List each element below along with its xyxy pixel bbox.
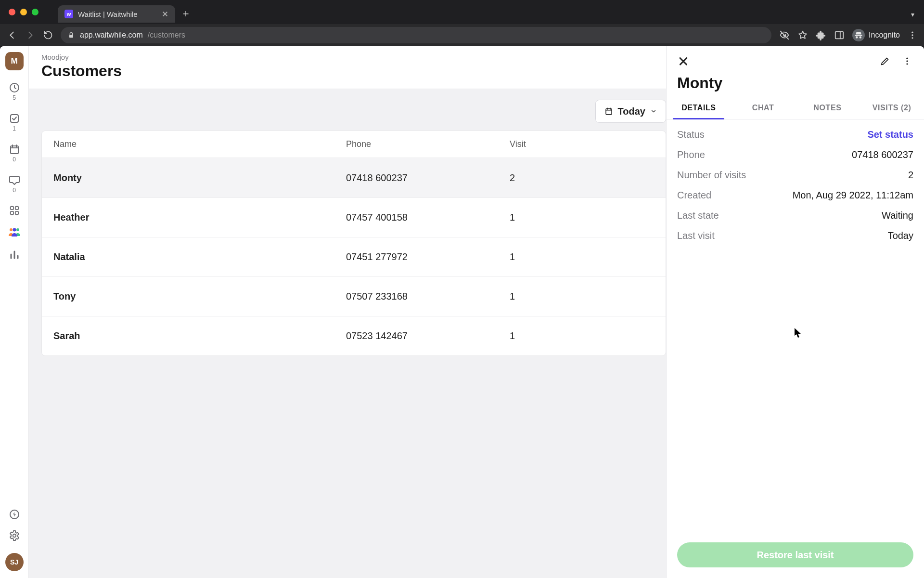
rail-item-clock[interactable]: 5 bbox=[9, 82, 20, 101]
detail-row-created: Created Mon, Aug 29 2022, 11:12am bbox=[677, 187, 913, 203]
main-column: Moodjoy Customers Today Name Phone Visit… bbox=[29, 46, 666, 578]
new-tab-button[interactable]: + bbox=[183, 8, 189, 20]
restore-last-visit-button[interactable]: Restore last visit bbox=[677, 542, 913, 567]
url-bar[interactable]: app.waitwhile.com/customers bbox=[61, 27, 771, 43]
rail-item-apps[interactable] bbox=[9, 205, 20, 216]
user-avatar[interactable]: SJ bbox=[5, 553, 24, 571]
details-list: Status Set status Phone 07418 600237 Num… bbox=[667, 119, 924, 250]
tab-notes[interactable]: NOTES bbox=[796, 96, 860, 119]
breadcrumb[interactable]: Moodjoy bbox=[41, 53, 654, 61]
macos-window-controls[interactable] bbox=[9, 9, 38, 15]
nav-refresh-button[interactable] bbox=[43, 30, 53, 40]
detail-row-status: Status Set status bbox=[677, 126, 913, 143]
rail-item-chat[interactable]: 0 bbox=[9, 174, 20, 194]
col-name[interactable]: Name bbox=[53, 139, 346, 149]
cell-phone: 07418 600237 bbox=[346, 172, 510, 184]
macos-close-button[interactable] bbox=[9, 9, 15, 15]
svg-point-20 bbox=[906, 60, 908, 62]
pencil-icon bbox=[880, 56, 890, 66]
table-row[interactable]: Natalia07451 2779721 bbox=[42, 237, 666, 276]
macos-minimize-button[interactable] bbox=[20, 9, 27, 15]
detail-panel: Monty DETAILS CHAT NOTES VISITS (2) Stat… bbox=[666, 46, 924, 578]
extensions-icon[interactable] bbox=[816, 30, 826, 40]
svg-point-4 bbox=[911, 34, 913, 36]
tab-visits[interactable]: VISITS (2) bbox=[860, 96, 924, 119]
gear-icon bbox=[9, 530, 20, 541]
page-title: Customers bbox=[41, 62, 654, 80]
tab-close-icon[interactable] bbox=[162, 11, 168, 17]
table-row[interactable]: Sarah07523 1424671 bbox=[42, 316, 666, 355]
chevron-down-icon bbox=[650, 108, 657, 115]
detail-label: Last visit bbox=[677, 230, 715, 241]
star-icon[interactable] bbox=[797, 30, 808, 40]
cell-phone: 07523 142467 bbox=[346, 330, 510, 342]
checkbox-icon bbox=[9, 113, 20, 124]
panel-footer: Restore last visit bbox=[667, 532, 924, 578]
eye-off-icon[interactable] bbox=[779, 30, 790, 40]
close-panel-button[interactable] bbox=[675, 53, 692, 69]
table-row[interactable]: Monty07418 6002372 bbox=[42, 158, 666, 197]
panel-tabs: DETAILS CHAT NOTES VISITS (2) bbox=[667, 96, 924, 119]
svg-rect-12 bbox=[15, 211, 18, 214]
grid-icon bbox=[9, 205, 20, 216]
table-row[interactable]: Tony07507 2331681 bbox=[42, 276, 666, 316]
cell-visit: 1 bbox=[510, 291, 654, 302]
svg-point-19 bbox=[906, 58, 908, 59]
detail-value: Today bbox=[888, 230, 913, 241]
nav-forward-button[interactable] bbox=[25, 30, 36, 40]
svg-point-17 bbox=[13, 534, 15, 537]
detail-label: Status bbox=[677, 129, 705, 140]
url-host: app.waitwhile.com bbox=[80, 31, 143, 39]
svg-rect-7 bbox=[11, 115, 18, 122]
panel-more-button[interactable] bbox=[899, 53, 915, 69]
browser-toolbar: app.waitwhile.com/customers Incognito bbox=[0, 24, 924, 46]
cell-visit: 1 bbox=[510, 212, 654, 223]
svg-rect-1 bbox=[835, 32, 844, 39]
svg-rect-9 bbox=[10, 207, 13, 210]
rail-item-stats[interactable] bbox=[9, 249, 20, 260]
cell-visit: 1 bbox=[510, 251, 654, 263]
rail-item-settings[interactable] bbox=[9, 530, 20, 541]
page-header: Moodjoy Customers bbox=[29, 46, 666, 89]
detail-label: Number of visits bbox=[677, 170, 746, 181]
customers-table: Name Phone Visit Monty07418 6002372Heath… bbox=[41, 131, 666, 356]
workspace-logo[interactable]: M bbox=[5, 52, 24, 70]
table-row[interactable]: Heather07457 4001581 bbox=[42, 197, 666, 237]
people-icon bbox=[8, 227, 21, 237]
tab-chat[interactable]: CHAT bbox=[731, 96, 796, 119]
date-filter-label: Today bbox=[618, 106, 645, 117]
edit-button[interactable] bbox=[877, 53, 893, 69]
tabbar-overflow-icon[interactable]: ▾ bbox=[911, 11, 914, 18]
svg-point-5 bbox=[911, 37, 913, 39]
detail-label: Created bbox=[677, 190, 711, 201]
cell-name: Monty bbox=[53, 172, 346, 184]
svg-point-21 bbox=[906, 63, 908, 65]
tab-title: Waitlist | Waitwhile bbox=[78, 10, 138, 18]
svg-rect-11 bbox=[10, 211, 13, 214]
set-status-link[interactable]: Set status bbox=[867, 129, 913, 140]
incognito-indicator[interactable]: Incognito bbox=[852, 29, 900, 41]
calendar-icon bbox=[9, 144, 20, 155]
cell-phone: 07457 400158 bbox=[346, 212, 510, 223]
tab-details[interactable]: DETAILS bbox=[667, 96, 731, 119]
nav-back-button[interactable] bbox=[7, 30, 17, 40]
side-panel-icon[interactable] bbox=[834, 30, 845, 40]
rail-item-checkbox[interactable]: 1 bbox=[9, 113, 20, 132]
browser-tab[interactable]: w Waitlist | Waitwhile bbox=[58, 5, 175, 23]
macos-maximize-button[interactable] bbox=[32, 9, 38, 15]
kebab-menu-icon[interactable] bbox=[908, 30, 917, 40]
date-filter-button[interactable]: Today bbox=[595, 100, 666, 123]
cell-visit: 1 bbox=[510, 330, 654, 342]
col-visit[interactable]: Visit bbox=[510, 139, 654, 149]
detail-row-lastvisit: Last visit Today bbox=[677, 227, 913, 244]
rail-item-customers[interactable] bbox=[8, 227, 21, 237]
cell-name: Tony bbox=[53, 291, 346, 302]
chat-icon bbox=[9, 174, 20, 186]
col-phone[interactable]: Phone bbox=[346, 139, 510, 149]
kebab-icon bbox=[902, 56, 912, 66]
rail-item-calendar[interactable]: 0 bbox=[9, 144, 20, 163]
rail-item-help[interactable] bbox=[9, 509, 20, 520]
rail-badge: 5 bbox=[13, 94, 16, 101]
svg-point-15 bbox=[13, 228, 16, 232]
svg-point-13 bbox=[10, 228, 13, 231]
